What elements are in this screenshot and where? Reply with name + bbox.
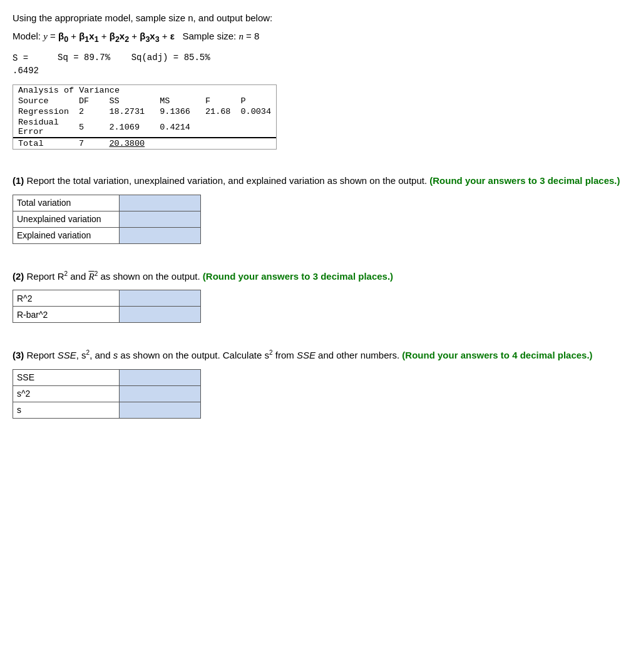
q3-input-s-field[interactable] xyxy=(123,405,197,415)
q1-row-explained: Explained variation xyxy=(13,227,201,243)
q1-round-note: (Round your answers to 3 decimal places.… xyxy=(429,175,620,186)
q3-table: SSE s^2 s xyxy=(13,369,201,419)
q2-input-rbar2-field[interactable] xyxy=(123,310,197,320)
anova-row-total: Total 7 20.3800 xyxy=(13,138,276,149)
anova-f-residual xyxy=(200,117,236,138)
q3-row-s2: s^2 xyxy=(13,385,201,402)
anova-title-row: Analysis of Variance xyxy=(13,85,276,96)
model-line: Model: y = β0 + β1x1 + β2x2 + β3x3 + ε S… xyxy=(13,31,628,44)
q3-input-sse-field[interactable] xyxy=(123,372,197,382)
q1-input-explained-field[interactable] xyxy=(123,230,197,240)
s-block: S = .6492 xyxy=(13,53,39,77)
anova-df-regression: 2 xyxy=(74,106,104,117)
sample-size: Sample size: n = 8 xyxy=(182,31,259,41)
sq-adj-label: Sq(adj) = 85.5% xyxy=(131,53,210,63)
q2-table: R^2 R-bar^2 xyxy=(13,290,201,323)
q1-title: (1) Report the total variation, unexplai… xyxy=(13,174,628,188)
anova-row-regression: Regression 2 18.2731 9.1366 21.68 0.0034 xyxy=(13,106,276,117)
q1-input-unexplained[interactable] xyxy=(120,211,201,227)
q3-round-note: (Round your answers to 4 decimal places.… xyxy=(402,350,592,360)
q2-row-rbar2: R-bar^2 xyxy=(13,307,201,323)
q3-label-sse: SSE xyxy=(13,369,120,385)
q1-input-total[interactable] xyxy=(120,195,201,211)
anova-ms-total xyxy=(155,138,200,149)
section-2: (2) Report R2 and R2 as shown on the out… xyxy=(13,269,628,323)
section-3: (3) Report SSE, s2, and s as shown on th… xyxy=(13,348,628,419)
q1-input-unexplained-field[interactable] xyxy=(123,214,197,224)
q2-title: (2) Report R2 and R2 as shown on the out… xyxy=(13,269,628,284)
q3-input-s2[interactable] xyxy=(120,385,201,402)
anova-source-residual: ResidualError xyxy=(13,117,74,138)
anova-header-row: Source DF SS MS F P xyxy=(13,96,276,106)
anova-f-regression: 21.68 xyxy=(200,106,236,117)
q2-label-r2: R^2 xyxy=(13,290,120,307)
anova-f-total xyxy=(200,138,236,149)
q2-round-note: (Round your answers to 3 decimal places.… xyxy=(203,271,393,282)
anova-df-total: 7 xyxy=(74,138,104,149)
anova-source-regression: Regression xyxy=(13,106,74,117)
anova-ms-residual: 0.4214 xyxy=(155,117,200,138)
q1-input-total-field[interactable] xyxy=(123,198,197,208)
q3-row-sse: SSE xyxy=(13,369,201,385)
q3-input-sse[interactable] xyxy=(120,369,201,385)
q3-label-s: s xyxy=(13,402,120,418)
anova-p-residual xyxy=(235,117,276,138)
anova-header-p: P xyxy=(235,96,276,106)
anova-header-f: F xyxy=(200,96,236,106)
intro-text: Using the appropriate model, sample size… xyxy=(13,13,628,23)
anova-p-regression: 0.0034 xyxy=(235,106,276,117)
sq-label: Sq = 89.7% xyxy=(58,53,110,63)
anova-p-total xyxy=(235,138,276,149)
q1-row-unexplained: Unexplained variation xyxy=(13,211,201,227)
anova-ss-regression: 18.2731 xyxy=(104,106,155,117)
q1-label-total: Total variation xyxy=(13,195,120,211)
q3-label-s2: s^2 xyxy=(13,385,120,402)
q2-input-r2-field[interactable] xyxy=(123,293,197,303)
anova-title: Analysis of Variance xyxy=(13,85,276,96)
anova-header-df: DF xyxy=(74,96,104,106)
anova-header-ms: MS xyxy=(155,96,200,106)
anova-table: Analysis of Variance Source DF SS MS F P… xyxy=(13,84,277,150)
q1-label-explained: Explained variation xyxy=(13,227,120,243)
model-equation: Model: y = β0 + β1x1 + β2x2 + β3x3 + ε S… xyxy=(13,31,259,41)
q2-input-r2[interactable] xyxy=(120,290,201,307)
s-label: S = xyxy=(13,53,39,65)
anova-source-total: Total xyxy=(13,138,74,149)
q1-row-total: Total variation xyxy=(13,195,201,211)
anova-ms-regression: 9.1366 xyxy=(155,106,200,117)
sq-stats: Sq = 89.7% Sq(adj) = 85.5% xyxy=(58,53,210,63)
q3-title: (3) Report SSE, s2, and s as shown on th… xyxy=(13,348,628,363)
s-value: .6492 xyxy=(13,65,39,78)
q1-label-unexplained: Unexplained variation xyxy=(13,211,120,227)
anova-header-ss: SS xyxy=(104,96,155,106)
anova-header-source: Source xyxy=(13,96,74,106)
q2-input-rbar2[interactable] xyxy=(120,307,201,323)
q2-row-r2: R^2 xyxy=(13,290,201,307)
section-1: (1) Report the total variation, unexplai… xyxy=(13,174,628,244)
q3-input-s2-field[interactable] xyxy=(123,389,197,399)
q1-input-explained[interactable] xyxy=(120,227,201,243)
q2-label-rbar2: R-bar^2 xyxy=(13,307,120,323)
q3-input-s[interactable] xyxy=(120,402,201,418)
anova-ss-residual: 2.1069 xyxy=(104,117,155,138)
q3-row-s: s xyxy=(13,402,201,418)
anova-data-table: Analysis of Variance Source DF SS MS F P… xyxy=(13,85,276,149)
stats-line: S = .6492 Sq = 89.7% Sq(adj) = 85.5% xyxy=(13,53,628,77)
anova-row-residual: ResidualError 5 2.1069 0.4214 xyxy=(13,117,276,138)
anova-df-residual: 5 xyxy=(74,117,104,138)
q1-table: Total variation Unexplained variation Ex… xyxy=(13,195,201,244)
anova-ss-total: 20.3800 xyxy=(104,138,155,149)
